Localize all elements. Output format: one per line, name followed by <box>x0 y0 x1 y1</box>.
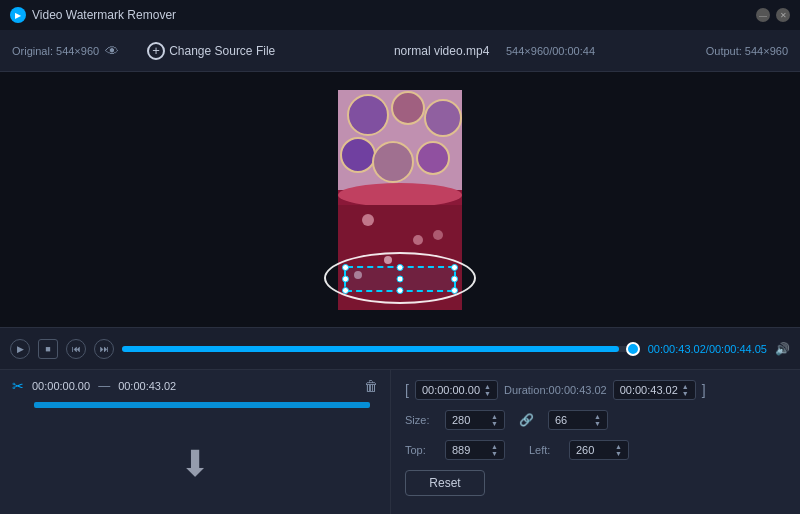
change-source-label: Change Source File <box>169 44 275 58</box>
clip-start-time: 00:00:00.00 <box>32 380 90 392</box>
svg-point-13 <box>384 256 392 264</box>
height-up[interactable]: ▲ <box>594 413 601 420</box>
bottom-panel: ✂ 00:00:00.00 — 00:00:43.02 🗑 ⬇ + + Add … <box>0 369 800 514</box>
app-title: Video Watermark Remover <box>32 8 176 22</box>
handle-tc[interactable] <box>397 264 404 271</box>
trash-icon[interactable]: 🗑 <box>364 378 378 394</box>
width-down[interactable]: ▼ <box>491 420 498 427</box>
end-time-input[interactable]: 00:00:43.02 ▲ ▼ <box>613 380 696 400</box>
svg-point-5 <box>341 138 375 172</box>
handle-bl[interactable] <box>342 287 349 294</box>
width-spinners[interactable]: ▲ ▼ <box>491 413 498 427</box>
left-label: Left: <box>529 444 559 456</box>
progress-thumb[interactable] <box>626 342 640 356</box>
time-display: 00:00:43.02/00:00:44.05 <box>648 343 767 355</box>
title-bar-left: ▶ Video Watermark Remover <box>10 7 176 23</box>
height-down[interactable]: ▼ <box>594 420 601 427</box>
svg-point-7 <box>417 142 449 174</box>
handle-center[interactable] <box>397 275 404 282</box>
size-label: Size: <box>405 414 435 426</box>
video-frame <box>338 90 462 310</box>
file-name: normal video.mp4 544×960/00:00:44 <box>303 44 686 58</box>
end-time-up[interactable]: ▲ <box>682 383 689 390</box>
frame-back-button[interactable]: ⏮ <box>66 339 86 359</box>
clip-row: ✂ 00:00:00.00 — 00:00:43.02 🗑 <box>12 378 378 394</box>
left-up[interactable]: ▲ <box>615 443 622 450</box>
video-preview <box>0 72 800 327</box>
clip-end-time: 00:00:43.02 <box>118 380 176 392</box>
original-info: Original: 544×960 👁 <box>12 43 119 59</box>
svg-point-6 <box>373 142 413 182</box>
top-input[interactable]: 889 ▲ ▼ <box>445 440 505 460</box>
position-row: Top: 889 ▲ ▼ Left: 260 ▲ ▼ <box>405 440 786 460</box>
left-panel: ✂ 00:00:00.00 — 00:00:43.02 🗑 ⬇ + + Add … <box>0 370 390 514</box>
file-duration: 544×960/00:00:44 <box>506 45 595 57</box>
change-source-button[interactable]: + Change Source File <box>139 38 283 64</box>
svg-point-11 <box>362 214 374 226</box>
width-up[interactable]: ▲ <box>491 413 498 420</box>
width-input[interactable]: 280 ▲ ▼ <box>445 410 505 430</box>
arrow-down-icon: ⬇ <box>180 443 210 485</box>
output-info: Output: 544×960 <box>706 45 788 57</box>
clip-track <box>34 402 370 408</box>
handle-bc[interactable] <box>397 287 404 294</box>
handle-mr[interactable] <box>451 275 458 282</box>
end-time-down[interactable]: ▼ <box>682 390 689 397</box>
eye-icon[interactable]: 👁 <box>105 43 119 59</box>
left-input[interactable]: 260 ▲ ▼ <box>569 440 629 460</box>
progress-fill <box>122 346 619 352</box>
clip-separator: — <box>98 379 110 393</box>
volume-icon[interactable]: 🔊 <box>775 342 790 356</box>
svg-point-12 <box>413 235 423 245</box>
frame-forward-button[interactable]: ⏭ <box>94 339 114 359</box>
handle-br[interactable] <box>451 287 458 294</box>
link-icon[interactable]: 🔗 <box>519 413 534 427</box>
svg-point-9 <box>338 183 462 207</box>
top-label: Top: <box>405 444 435 456</box>
reset-button[interactable]: Reset <box>405 470 485 496</box>
title-bar: ▶ Video Watermark Remover — ✕ <box>0 0 800 30</box>
start-time-spinners[interactable]: ▲ ▼ <box>484 383 491 397</box>
height-spinners[interactable]: ▲ ▼ <box>594 413 601 427</box>
svg-point-14 <box>433 230 443 240</box>
watermark-selection-box[interactable] <box>344 266 456 292</box>
svg-rect-10 <box>338 205 462 310</box>
plus-circle-icon: + <box>147 42 165 60</box>
clip-icon: ✂ <box>12 378 24 394</box>
size-row: Size: 280 ▲ ▼ 🔗 66 ▲ ▼ <box>405 410 786 430</box>
top-up[interactable]: ▲ <box>491 443 498 450</box>
right-panel: [ 00:00:00.00 ▲ ▼ Duration:00:00:43.02 0… <box>390 370 800 514</box>
minimize-button[interactable]: — <box>756 8 770 22</box>
left-spinners[interactable]: ▲ ▼ <box>615 443 622 457</box>
bracket-right: ] <box>702 382 706 398</box>
original-size: Original: 544×960 <box>12 45 99 57</box>
handle-tr[interactable] <box>451 264 458 271</box>
start-time-down[interactable]: ▼ <box>484 390 491 397</box>
arrow-down-area: ⬇ <box>12 416 378 511</box>
duration-label: Duration:00:00:43.02 <box>504 384 607 396</box>
top-down[interactable]: ▼ <box>491 450 498 457</box>
svg-point-2 <box>348 95 388 135</box>
close-button[interactable]: ✕ <box>776 8 790 22</box>
handle-tl[interactable] <box>342 264 349 271</box>
bracket-left: [ <box>405 382 409 398</box>
app-icon: ▶ <box>10 7 26 23</box>
timeline-controls: ▶ ■ ⏮ ⏭ 00:00:43.02/00:00:44.05 🔊 <box>0 327 800 369</box>
left-down[interactable]: ▼ <box>615 450 622 457</box>
time-range-row: [ 00:00:00.00 ▲ ▼ Duration:00:00:43.02 0… <box>405 380 786 400</box>
handle-ml[interactable] <box>342 275 349 282</box>
svg-point-4 <box>425 100 461 136</box>
play-button[interactable]: ▶ <box>10 339 30 359</box>
stop-button[interactable]: ■ <box>38 339 58 359</box>
start-time-input[interactable]: 00:00:00.00 ▲ ▼ <box>415 380 498 400</box>
window-controls: — ✕ <box>756 8 790 22</box>
svg-point-3 <box>392 92 424 124</box>
end-time-spinners[interactable]: ▲ ▼ <box>682 383 689 397</box>
height-input[interactable]: 66 ▲ ▼ <box>548 410 608 430</box>
file-name-text: normal video.mp4 <box>394 44 489 58</box>
start-time-up[interactable]: ▲ <box>484 383 491 390</box>
progress-track[interactable] <box>122 346 640 352</box>
top-bar: Original: 544×960 👁 + Change Source File… <box>0 30 800 72</box>
top-spinners[interactable]: ▲ ▼ <box>491 443 498 457</box>
